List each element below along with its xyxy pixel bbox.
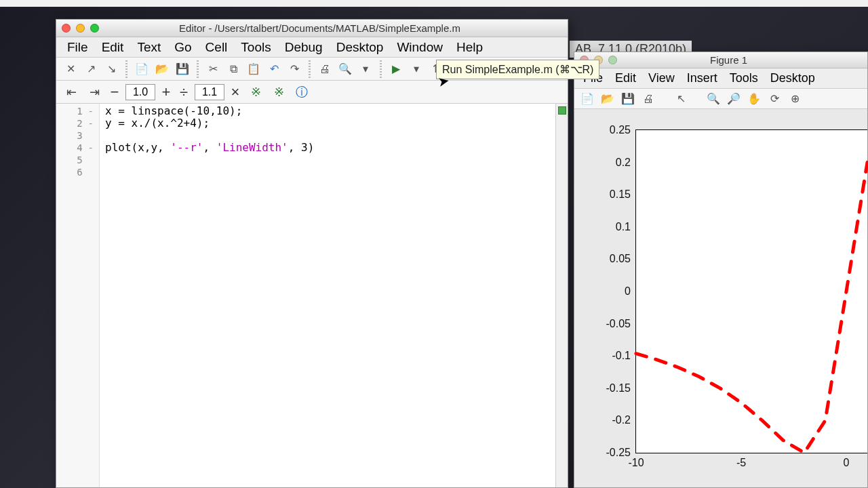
fig-menu-insert[interactable]: Insert — [681, 69, 724, 87]
new-figure-icon[interactable]: 📄 — [578, 91, 596, 107]
y-tick-label: -0.1 — [612, 350, 636, 362]
y-tick-label: 0 — [625, 285, 636, 298]
new-file-icon[interactable]: 📄 — [133, 60, 151, 78]
plus-button[interactable]: + — [159, 83, 173, 101]
increment-field-2[interactable] — [195, 84, 224, 100]
menu-edit[interactable]: Edit — [95, 38, 131, 57]
divide-button[interactable]: ÷ — [177, 83, 191, 101]
minus-button[interactable]: − — [108, 83, 121, 101]
editor-menubar: File Edit Text Go Cell Tools Debug Deskt… — [56, 37, 568, 58]
line-gutter: 1-2-3 4-5 6 — [56, 104, 100, 487]
fig-menu-edit[interactable]: Edit — [609, 69, 642, 87]
open-figure-icon[interactable]: 📂 — [599, 91, 616, 107]
open-file-icon[interactable]: 📂 — [153, 60, 171, 78]
fig-menu-tools[interactable]: Tools — [724, 69, 764, 87]
find-icon[interactable]: 🔍 — [336, 60, 354, 78]
redo-icon[interactable]: ↷ — [285, 60, 303, 78]
y-tick-label: 0.05 — [610, 253, 636, 265]
figure-window-title: Figure 1 — [595, 54, 862, 66]
pan-icon[interactable]: ✋ — [745, 91, 763, 107]
x-tick-label: 0 — [844, 453, 850, 469]
gutter-line[interactable]: 2- — [56, 117, 99, 129]
menu-desktop[interactable]: Desktop — [330, 38, 391, 57]
y-tick-label: 0.25 — [610, 124, 636, 136]
code-health-marker — [558, 106, 566, 115]
run-icon[interactable]: ▶ — [387, 60, 405, 78]
menu-tools[interactable]: Tools — [234, 38, 277, 57]
menu-cell[interactable]: Cell — [199, 38, 235, 57]
plot-line — [636, 130, 867, 453]
figure-window: Figure 1 File Edit View Insert Tools Des… — [574, 52, 868, 488]
gutter-line[interactable]: 5 — [56, 154, 99, 166]
toolbar-separator — [380, 60, 382, 78]
gutter-line[interactable]: 3 — [56, 129, 99, 142]
print-icon[interactable]: 🖨 — [316, 60, 334, 78]
figure-toolbar: 📄 📂 💾 🖨 ↖ 🔍 🔎 ✋ ⟳ ⊕ — [574, 89, 867, 109]
menu-window[interactable]: Window — [390, 38, 450, 57]
cell-toolbar: ⇤ ⇥ − + ÷ × ※ ※ ⓘ — [56, 81, 568, 104]
save-file-icon[interactable]: 💾 — [174, 60, 191, 78]
mac-system-menubar — [0, 0, 868, 7]
menu-file[interactable]: File — [60, 38, 95, 57]
copy-icon[interactable]: ⧉ — [224, 60, 242, 78]
gutter-line[interactable]: 4- — [56, 142, 99, 154]
data-cursor-icon[interactable]: ⊕ — [786, 91, 804, 107]
zoom-in-icon[interactable]: 🔍 — [705, 91, 722, 107]
y-tick-label: 0.15 — [610, 188, 636, 201]
eval-cell-icon[interactable]: ※ — [246, 83, 265, 102]
save-figure-icon[interactable]: 💾 — [619, 91, 637, 107]
figure-axes-container: 0.250.20.150.10.050-0.05-0.1-0.15-0.2-0.… — [574, 109, 867, 487]
menu-go[interactable]: Go — [167, 38, 198, 57]
code-area[interactable]: 1-2-3 4-5 6 x = linspace(-10,10);y = x./… — [56, 104, 568, 487]
print-figure-icon[interactable]: 🖨 — [639, 91, 657, 107]
rotate-icon[interactable]: ⟳ — [766, 91, 783, 107]
indent-left-icon[interactable]: ⇤ — [62, 83, 81, 102]
info-icon[interactable]: ⓘ — [292, 83, 311, 102]
y-tick-label: -0.05 — [606, 318, 636, 330]
menu-debug[interactable]: Debug — [278, 38, 330, 57]
figure-titlebar[interactable]: Figure 1 — [574, 52, 867, 68]
fig-menu-desktop[interactable]: Desktop — [764, 69, 821, 87]
close-window-button[interactable] — [62, 24, 71, 33]
undock-down-icon[interactable]: ↘ — [102, 60, 120, 78]
x-tick-label: -5 — [736, 453, 746, 469]
editor-titlebar[interactable]: Editor - /Users/rtalbert/Documents/MATLA… — [56, 20, 568, 37]
pointer-icon[interactable]: ↖ — [672, 91, 690, 107]
increment-field-1[interactable] — [125, 84, 155, 100]
editor-window: Editor - /Users/rtalbert/Documents/MATLA… — [56, 19, 568, 488]
close-doc-icon[interactable]: ✕ — [62, 60, 79, 78]
menu-help[interactable]: Help — [450, 38, 490, 57]
gutter-line[interactable]: 1- — [56, 105, 99, 117]
run-options-icon[interactable]: ▾ — [408, 60, 425, 78]
toolbar-separator — [125, 60, 127, 78]
y-tick-label: 0.2 — [616, 157, 636, 169]
paste-icon[interactable]: 📋 — [245, 60, 262, 78]
code-scrollbar[interactable] — [555, 104, 568, 487]
cut-icon[interactable]: ✂ — [204, 60, 222, 78]
editor-window-title: Editor - /Users/rtalbert/Documents/MATLA… — [77, 22, 562, 34]
run-tooltip: Run SimpleExample.m (⌘⌥R) — [436, 60, 599, 79]
undo-icon[interactable]: ↶ — [265, 60, 283, 78]
y-tick-label: -0.2 — [612, 414, 636, 426]
fig-menu-view[interactable]: View — [642, 69, 681, 87]
undock-up-icon[interactable]: ↗ — [82, 60, 100, 78]
axes-box[interactable]: 0.250.20.150.10.050-0.05-0.1-0.15-0.2-0.… — [635, 129, 867, 453]
zoom-out-icon[interactable]: 🔎 — [725, 91, 743, 107]
times-button[interactable]: × — [229, 83, 242, 101]
toolbar-separator — [197, 60, 199, 78]
gutter-line[interactable]: 6 — [56, 166, 99, 178]
figure-menubar: File Edit View Insert Tools Desktop — [574, 68, 867, 89]
editor-toolbar: ✕ ↗ ↘ 📄 📂 💾 ✂ ⧉ 📋 ↶ ↷ 🖨 🔍 ▾ ▶ ▾ ⇅ ≫ ◻ Ru… — [56, 58, 568, 81]
toolbar-separator — [309, 60, 311, 78]
dropdown-icon[interactable]: ▾ — [357, 60, 374, 78]
y-tick-label: -0.15 — [606, 382, 636, 394]
indent-right-icon[interactable]: ⇥ — [85, 83, 104, 102]
y-tick-label: 0.1 — [616, 221, 636, 233]
x-tick-label: -10 — [628, 453, 644, 469]
eval-advance-icon[interactable]: ※ — [269, 83, 288, 102]
menu-text[interactable]: Text — [130, 38, 167, 57]
code-text[interactable]: x = linspace(-10,10);y = x./(x.^2+4); pl… — [100, 104, 568, 487]
